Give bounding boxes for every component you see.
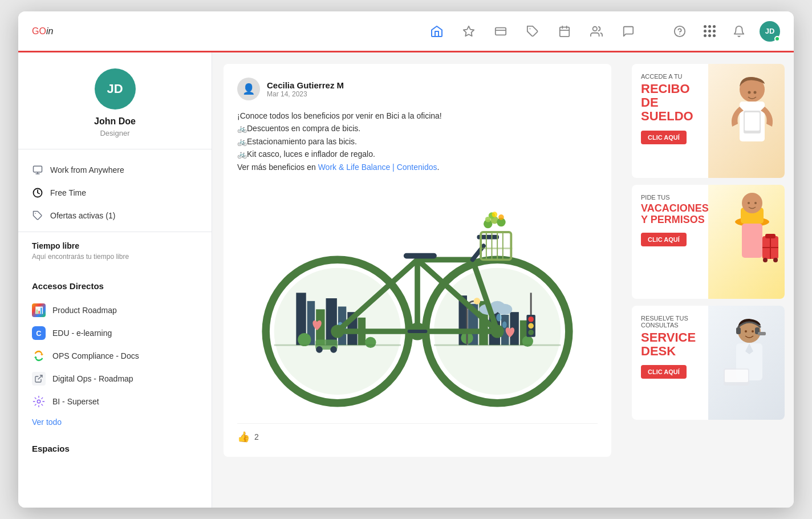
user-avatar[interactable]: JD xyxy=(760,21,780,42)
profile-avatar: JD xyxy=(95,68,136,110)
post-line-3: 🚲Estacionamiento para las bicis. xyxy=(237,135,598,148)
profile-role: Designer xyxy=(100,129,129,137)
svg-point-66 xyxy=(331,325,344,338)
promo-servicedesk-image xyxy=(708,306,785,420)
free-time-label: Free Time xyxy=(50,188,86,197)
svg-point-48 xyxy=(502,322,507,329)
svg-rect-1 xyxy=(496,27,506,35)
nav-icons xyxy=(429,23,636,39)
acceso-edu[interactable]: C EDU - e-learning xyxy=(32,322,198,344)
promo-servicedesk-btn[interactable]: CLIC AQUÍ xyxy=(641,365,687,379)
bell-icon[interactable] xyxy=(730,22,748,40)
right-sidebar: ACCEDE A TU RECIBODE SUELDO CLIC AQUÍ xyxy=(623,52,794,508)
ops-icon xyxy=(32,349,46,363)
nav-chat[interactable] xyxy=(620,23,636,39)
acceso-ops[interactable]: OPS Compliance - Docs xyxy=(32,344,198,367)
work-anywhere-label: Work from Anywhere xyxy=(50,165,124,175)
header: GOin xyxy=(18,11,794,52)
svg-rect-99 xyxy=(742,224,762,258)
svg-point-97 xyxy=(748,202,750,204)
nav-card[interactable] xyxy=(493,23,509,39)
acceso-digital-ops[interactable]: Digital Ops - Roadmap xyxy=(32,367,198,390)
online-dot xyxy=(774,36,780,42)
svg-point-93 xyxy=(754,91,757,94)
post-header: 👤 Cecilia Gutierrez M Mar 14, 2023 xyxy=(237,78,598,100)
ofertas-label: Ofertas activas (1) xyxy=(50,211,115,220)
post-line-5: Ver más beneficios en Work & Life Balanc… xyxy=(237,161,598,173)
svg-point-29 xyxy=(365,337,376,348)
promo-vacaciones[interactable]: PIDE TUS VACACIONESY PERMISOS CLIC AQUÍ xyxy=(632,185,785,299)
svg-rect-91 xyxy=(745,112,760,131)
sidebar-item-ofertas[interactable]: Ofertas activas (1) xyxy=(18,204,212,227)
post-card: 👤 Cecilia Gutierrez M Mar 14, 2023 ¡Cono… xyxy=(224,64,611,457)
svg-point-28 xyxy=(298,333,311,346)
svg-point-82 xyxy=(498,214,504,220)
main-content: 👤 Cecilia Gutierrez M Mar 14, 2023 ¡Cono… xyxy=(212,52,623,508)
header-right: JD xyxy=(671,21,780,42)
acceso-bi-label: BI - Superset xyxy=(52,397,99,406)
promo-recibo-content: ACCEDE A TU RECIBODE SUELDO CLIC AQUÍ xyxy=(632,64,716,153)
promo-recibo-small: ACCEDE A TU xyxy=(641,73,707,80)
sidebar: JD John Doe Designer Work from Anywhere xyxy=(18,52,212,508)
post-link[interactable]: Work & Life Balance | Contenidos xyxy=(318,163,437,172)
reaction-count: 2 xyxy=(254,432,259,441)
post-author-name: Cecilia Gutierrez M xyxy=(267,80,344,90)
digital-ops-icon xyxy=(32,372,46,386)
promo-vacaciones-content: PIDE TUS VACACIONESY PERMISOS CLIC AQUÍ xyxy=(632,185,716,256)
accesos-section: Accesos Directos 📊 Product Roadmap C EDU… xyxy=(18,270,212,432)
post-line-1: ¡Conoce todos los beneficios por venir e… xyxy=(237,110,598,122)
tiempo-libre-section: Tiempo libre Aquí encontrarás tu tiempo … xyxy=(18,232,212,270)
nav-favorites[interactable] xyxy=(461,23,477,39)
espacios-section: Espacios xyxy=(18,432,212,453)
post-footer: 👍 2 xyxy=(237,423,598,443)
svg-rect-107 xyxy=(736,327,741,334)
svg-rect-24 xyxy=(326,298,337,345)
free-time-icon xyxy=(32,187,43,198)
sidebar-item-free-time[interactable]: Free Time xyxy=(18,181,212,204)
svg-point-86 xyxy=(528,330,534,335)
promo-recibo-btn[interactable]: CLIC AQUÍ xyxy=(641,131,687,144)
promo-servicedesk[interactable]: RESUELVE TUS CONSULTAS SERVICEDESK CLIC … xyxy=(632,306,785,420)
promo-recibo-title: RECIBODE SUELDO xyxy=(641,82,707,124)
svg-rect-11 xyxy=(34,166,42,172)
grid-icon[interactable] xyxy=(700,22,718,40)
ver-todo[interactable]: Ver todo xyxy=(32,417,198,427)
logo-go: GO xyxy=(32,26,46,37)
logo: GOin xyxy=(32,26,53,37)
tiempo-libre-subtitle: Aquí encontrarás tu tiempo libre xyxy=(32,253,198,261)
nav-calendar[interactable] xyxy=(557,23,573,39)
sidebar-item-work-anywhere[interactable]: Work from Anywhere xyxy=(18,159,212,181)
espacios-title: Espacios xyxy=(32,444,198,453)
acceso-edu-label: EDU - e-learning xyxy=(52,329,112,338)
post-line-4: 🚲Kit casco, luces e inflador de regalo. xyxy=(237,148,598,160)
svg-point-104 xyxy=(763,258,768,262)
svg-point-105 xyxy=(773,258,778,262)
promo-vacaciones-title: VACACIONESY PERMISOS xyxy=(641,203,707,226)
promo-vacaciones-small: PIDE TUS xyxy=(641,194,707,201)
tiempo-libre-title: Tiempo libre xyxy=(32,241,198,250)
acceso-product-roadmap[interactable]: 📊 Product Roadmap xyxy=(32,299,198,322)
post-body: ¡Conoce todos los beneficios por venir e… xyxy=(237,110,598,173)
product-roadmap-icon: 📊 xyxy=(32,303,46,317)
svg-point-54 xyxy=(474,298,481,305)
svg-rect-4 xyxy=(560,27,570,36)
promo-vacaciones-btn[interactable]: CLIC AQUÍ xyxy=(641,233,687,246)
bi-icon xyxy=(32,395,46,408)
post-date: Mar 14, 2023 xyxy=(267,90,344,98)
promo-servicedesk-content: RESUELVE TUS CONSULTAS SERVICEDESK CLIC … xyxy=(632,306,716,388)
nav-people[interactable] xyxy=(588,23,604,39)
svg-line-16 xyxy=(38,375,42,379)
help-icon[interactable] xyxy=(671,22,689,40)
nav-tag[interactable] xyxy=(525,23,541,39)
promo-vacaciones-image xyxy=(708,185,785,299)
acceso-bi[interactable]: BI - Superset xyxy=(32,390,198,413)
svg-point-85 xyxy=(528,323,534,329)
promo-recibo[interactable]: ACCEDE A TU RECIBODE SUELDO CLIC AQUÍ xyxy=(632,64,785,178)
svg-point-81 xyxy=(492,212,498,217)
body: JD John Doe Designer Work from Anywhere xyxy=(18,52,794,508)
svg-rect-109 xyxy=(758,332,766,335)
svg-point-111 xyxy=(745,330,747,333)
reaction-emoji[interactable]: 👍 xyxy=(237,431,250,443)
nav-home[interactable] xyxy=(429,23,445,39)
svg-point-92 xyxy=(748,91,751,94)
